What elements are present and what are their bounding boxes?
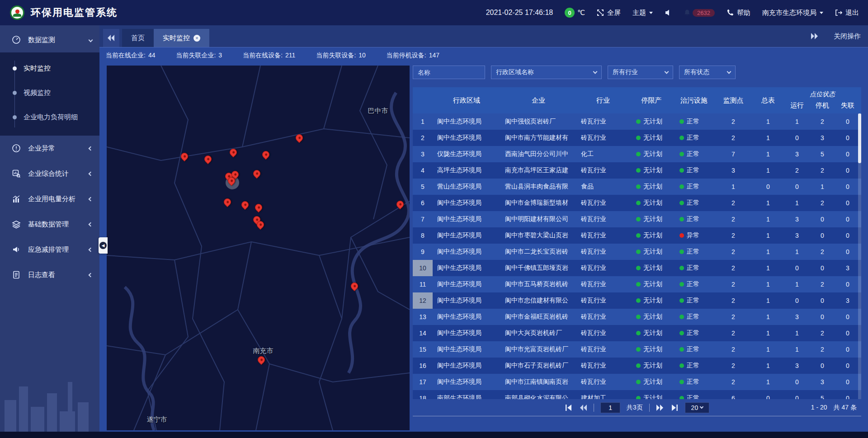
table-row[interactable]: 8 阆中生态环境局 阆中市枣碧大梁山页岩 砖瓦行业 无计划 异常 2 1 3 [413,227,861,244]
notifications-button[interactable]: 2632 [684,9,715,17]
sidebar-item-emergency-reduction[interactable]: 应急减排管理 [0,237,99,262]
sidebar-item-realtime-monitor[interactable]: 实时监控 [0,56,99,80]
sidebar-item-power-load-detail[interactable]: 企业电力负荷明细 [0,105,99,129]
logout-label: 退出 [845,9,859,17]
help-label: 帮助 [737,9,750,17]
col-industry: 行业 [576,96,630,105]
tab-home[interactable]: 首页 [122,29,154,47]
region-filter-select[interactable]: 行政区域名称 [491,66,602,79]
next-page-icon[interactable] [656,405,664,411]
table-row[interactable]: 7 阆中生态环境局 阆中明阳建材有限公司 砖瓦行业 无计划 正常 2 1 3 [413,211,861,227]
gauge-icon [12,35,21,44]
table-row[interactable]: 1 阆中生态环境局 阆中强锐页岩砖厂 砖瓦行业 无计划 正常 2 1 1 2 [413,113,861,130]
cell-production: 无计划 [630,150,673,158]
sidebar-item-video-monitor[interactable]: 视频监控 [0,80,99,105]
cell-stop: 0 [810,216,835,223]
table-row[interactable]: 12 阆中生态环境局 阆中市忠信建材有限公 砖瓦行业 无计划 正常 2 1 0 [413,292,861,309]
table-row[interactable]: 17 阆中生态环境局 阆中市江南镇阆南页岩 砖瓦行业 无计划 正常 2 1 0 [413,374,861,390]
sidebar-item-enterprise-statistics[interactable]: 企业综合统计 [0,161,99,186]
filter-bar: 行政区域名称 所有行业 所有状态 [413,66,861,79]
bullet-icon [13,91,17,95]
close-icon[interactable]: × [193,35,200,42]
cell-stop: 2 [810,199,835,207]
table-row[interactable]: 16 阆中生态环境局 阆中市石子页岩机砖厂 砖瓦行业 无计划 正常 2 1 3 [413,358,861,374]
help-button[interactable]: 帮助 [726,9,750,17]
cell-index: 9 [413,244,433,260]
table-row[interactable]: 5 营山生态环境局 营山县润丰肉食品有限 食品 无计划 正常 1 0 0 1 [413,179,861,195]
tabs-scroll-left-button[interactable] [103,29,119,47]
cell-production: 无计划 [630,297,673,305]
scrollbar-thumb[interactable] [858,113,861,163]
sidebar-item-data-monitor[interactable]: 数据监测 [0,27,99,52]
sidebar-item-base-data[interactable]: 基础数据管理 [0,212,99,237]
sidebar-collapse-button[interactable]: ◀ [99,237,108,254]
cell-facility: 正常 [673,166,715,174]
close-operations-button[interactable]: 关闭操作 [834,32,861,41]
sidebar-item-label: 企业用电量分析 [28,195,75,203]
industry-filter-select[interactable]: 所有行业 [608,66,673,79]
datetime-display: 2021-02-25 17:46:18 [486,9,553,17]
table-row[interactable]: 14 阆中生态环境局 阆中大兴页岩机砖厂 砖瓦行业 无计划 正常 2 1 1 [413,325,861,341]
tab-realtime-monitor[interactable]: 实时监控 × [154,29,209,47]
cell-production: 无计划 [630,394,673,399]
page-number-input[interactable] [600,402,620,413]
sidebar-item-log-view[interactable]: 日志查看 [0,262,99,287]
cell-facility: 正常 [673,199,715,207]
table-row[interactable]: 11 阆中生态环境局 阆中市五马桥页岩机砖 砖瓦行业 无计划 正常 2 1 1 [413,276,861,292]
table-row[interactable]: 3 仪陇生态环境局 西南油气田分公司川中 化工 无计划 正常 7 1 3 5 [413,146,861,162]
cell-production: 无计划 [630,248,673,256]
name-filter-field[interactable] [413,66,485,79]
sidebar-item-power-analysis[interactable]: 企业用电量分析 [0,186,99,212]
cell-run: 0 [784,264,810,272]
pin-icon [240,200,250,210]
cell-industry: 砖瓦行业 [576,166,630,174]
table-row[interactable]: 13 阆中生态环境局 阆中市金福旺页岩机砖 砖瓦行业 无计划 正常 2 1 3 [413,309,861,325]
previous-page-icon[interactable] [579,405,587,411]
stats-bar: 当前在线企业: 44 当前失联企业: 3 当前在线设备: 211 当前失联设备:… [99,47,868,63]
logout-button[interactable]: 退出 [835,9,859,17]
table-row[interactable]: 15 阆中生态环境局 阆中市光富页岩机砖厂 砖瓦行业 无计划 正常 2 1 1 [413,341,861,358]
status-filter-select[interactable]: 所有状态 [679,66,736,79]
table-row[interactable]: 6 阆中生态环境局 阆中市金博瑞新型墙材 砖瓦行业 无计划 正常 2 1 1 [413,195,861,211]
cell-company: 西南油气田分公司川中 [500,150,576,158]
stat-value: 3 [218,52,222,60]
first-page-icon[interactable] [565,405,573,411]
theme-label: 主题 [632,9,646,17]
cell-run: 2 [784,167,810,174]
col-region: 行政区域 [433,96,500,105]
map-panel[interactable]: 巴中市南充市遂宁市 [107,66,410,430]
cell-region: 阆中生态环境局 [433,264,500,272]
page-size-select[interactable]: 20 [685,402,709,413]
cell-monitor: 7 [715,151,752,158]
table-scrollbar[interactable] [858,113,861,399]
cell-region: 仪陇生态环境局 [433,150,500,158]
cell-index: 8 [413,227,433,244]
last-page-icon[interactable] [670,405,679,411]
theme-menu[interactable]: 主题 [632,9,653,17]
table-row[interactable]: 10 阆中生态环境局 阆中千佛镇五郎垭页岩 砖瓦行业 无计划 正常 2 1 0 [413,260,861,276]
org-menu[interactable]: 南充市生态环境局 [762,9,823,17]
stat-value: 211 [285,52,295,60]
table-row[interactable]: 9 阆中生态环境局 阆中市二龙长宝页岩砖 砖瓦行业 无计划 正常 2 1 1 [413,244,861,260]
footer-strip [0,432,868,438]
cell-stop: 1 [810,183,835,190]
mute-button[interactable] [665,9,672,16]
cell-monitor: 2 [715,199,752,207]
chevron-down-icon [727,69,731,74]
cell-industry: 食品 [576,183,630,191]
cell-run: 1 [784,330,810,337]
status-dot [636,250,641,254]
cell-meter: 1 [752,151,784,158]
fullscreen-button[interactable]: 全屏 [597,9,621,17]
name-filter-input[interactable] [418,69,480,76]
app-title: 环保用电监管系统 [31,6,118,19]
table-row[interactable]: 18 南部生态环境局 南部县砌化水泥有限公 建材加工 无计划 正常 6 0 0 [413,390,861,399]
table-row[interactable]: 2 阆中生态环境局 阆中市南方节能建材有 砖瓦行业 无计划 正常 2 1 0 [413,130,861,146]
cell-run: 3 [784,216,810,223]
org-label: 南充市生态环境局 [762,9,816,17]
table-row[interactable]: 4 高坪生态环境局 南充市高坪区王家店建 砖瓦行业 无计划 正常 3 1 2 [413,162,861,179]
sidebar-item-enterprise-abnormal[interactable]: 企业异常 [0,136,99,161]
double-right-arrow-icon[interactable] [810,33,818,39]
pin-icon [256,355,267,365]
cell-monitor: 2 [715,362,752,369]
